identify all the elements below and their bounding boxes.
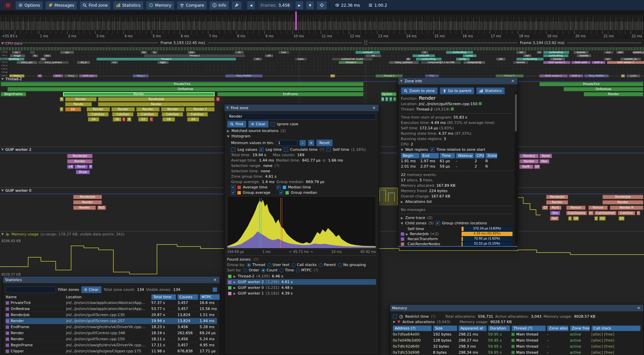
timeline-zone[interactable]: CalcGeo xyxy=(112,112,133,117)
cpu-zone[interactable]: GUIF-work xyxy=(572,61,591,64)
group-median-line-checkbox[interactable] xyxy=(279,190,283,195)
zoom-to-zone-button[interactable]: Zoom to zone xyxy=(401,87,438,94)
collapsed-triangle-icon[interactable]: ▶ xyxy=(401,216,403,220)
wait-col-state[interactable]: State xyxy=(485,153,497,159)
restrict-time-checkbox[interactable] xyxy=(393,314,397,319)
cpu-zone[interactable]: composer@2.1-se (HW xyxy=(421,61,461,64)
scrollbar[interactable] xyxy=(515,92,517,245)
allocation-row[interactable]: 0x7dfc42d640 32 bytes 298.3 ms 59.95 s M… xyxy=(393,343,641,349)
find-button[interactable]: Find xyxy=(227,121,246,128)
statistics-titlebar[interactable]: Statistics × xyxy=(3,276,220,283)
timeline-zone[interactable]: Render xyxy=(602,200,643,205)
statistics-row[interactable]: OnRedraw jni/../jni/src/claw/application… xyxy=(6,306,217,312)
close-icon[interactable]: × xyxy=(636,305,641,311)
timeline-zone[interactable]: F xyxy=(60,107,63,112)
timeline-zone[interactable]: Draw xyxy=(76,170,90,174)
cpu-zone[interactable]: kworke xyxy=(577,54,591,57)
frame-span[interactable]: Frame 3,194 (13.92 ms) xyxy=(369,39,641,46)
timeline-zone[interactable]: OnRedraw xyxy=(7,87,364,91)
timeline-zone[interactable]: RenderJol xyxy=(546,195,568,199)
group-average-line-checkbox[interactable] xyxy=(231,190,235,195)
timeline-zone[interactable]: Render xyxy=(546,200,568,205)
cpu-zone[interactable]: system_s xyxy=(633,51,644,54)
sort-by-option[interactable]: Count xyxy=(261,268,278,272)
timeline-zone[interactable]: T xyxy=(389,97,392,101)
cpu-row[interactable]: CPU1 kvgprkakwThread-2cfrrotsurfaceflisu… xyxy=(0,54,644,58)
cpu-zone[interactable]: surfacefli xyxy=(413,54,435,57)
found-zone-group-row[interactable]: ▶ Thread-2 (4,105) 6.46 s xyxy=(227,273,376,279)
timeline-zone[interactable]: -17 xyxy=(542,206,548,210)
cpu-zone[interactable]: et xyxy=(406,58,411,60)
go-to-parent-button[interactable]: Go to parent xyxy=(440,87,474,94)
wait-region-row[interactable]: 2.01 ms 2.07 ms 59 µs - 2 R xyxy=(401,164,513,169)
allocation-address[interactable]: 0x7dfc53d998 xyxy=(393,350,432,355)
sort-by-option[interactable]: Order xyxy=(243,268,259,272)
cpu-zone[interactable]: aux xyxy=(604,51,613,54)
frame-time-strip[interactable] xyxy=(0,11,644,31)
close-icon[interactable]: × xyxy=(371,105,377,110)
timeline-zone[interactable]: 24 xyxy=(187,117,199,122)
cpu-zone[interactable]: sys xyxy=(60,51,74,54)
timeline-zone[interactable]: Render xyxy=(98,102,215,106)
ignore-case-checkbox[interactable] xyxy=(271,122,275,126)
group-by-option[interactable]: No grouping xyxy=(338,263,366,267)
wait-col-begin[interactable]: Begin xyxy=(401,153,420,159)
group-by-option[interactable]: User text xyxy=(267,263,289,267)
allocation-address[interactable]: 0x7dfc42d640 xyxy=(393,344,432,349)
messages-button[interactable]: Messages xyxy=(45,1,77,10)
median-time-line-checkbox[interactable] xyxy=(276,185,281,189)
cpu-zone[interactable]: ka xyxy=(40,58,47,60)
timeline-zone[interactable]: 8 xyxy=(127,117,131,122)
timeline-zone[interactable]: Update call xyxy=(381,92,396,96)
cpu-zone[interactable]: cfr xyxy=(265,54,273,57)
timeline-zone[interactable]: Render xyxy=(67,159,93,164)
self-time-checkbox[interactable] xyxy=(326,147,331,152)
cpu-zone[interactable]: surfacefling xyxy=(517,58,544,60)
cpu-zone[interactable]: surfacefling xyxy=(543,51,569,54)
timeline-zone[interactable]: (C xyxy=(588,211,594,215)
timeline-zone[interactable]: S xyxy=(381,97,384,101)
cpu-zone[interactable]: GUIF-w xyxy=(592,61,605,64)
col-counts-sort[interactable]: Counts xyxy=(177,294,198,300)
cpu-row[interactable]: CPU6 xyxy=(0,71,644,75)
cpu-zone[interactable]: mi xyxy=(537,51,542,54)
expanded-triangle-icon[interactable]: ▼ xyxy=(227,135,229,138)
child-zone-row[interactable]: Self time 172.14 µs (3.83%) xyxy=(401,226,513,231)
timeline-zone[interactable]: Render xyxy=(87,107,110,112)
timeline-zone[interactable]: RerS xyxy=(549,206,561,210)
timeline-zone[interactable]: 22 xyxy=(138,117,148,122)
found-zone-group-row[interactable]: ▶ GUIF worker 0 (3,231) 4.48 s xyxy=(227,285,376,291)
expanded-triangle-icon[interactable]: ▼ xyxy=(401,148,403,151)
memory-usage-header[interactable]: ▼ Memory usage (y-range: 178.27 KB, visi… xyxy=(1,232,124,236)
allocation-call-stack[interactable]: [alloc] [free] xyxy=(591,332,641,337)
thread-2-header[interactable]: ▼ Thread-2 xyxy=(1,77,22,81)
timeline-zone[interactable]: Render xyxy=(63,92,215,96)
timeline-zone[interactable]: CalcGeo xyxy=(87,112,109,117)
statistics-row[interactable]: BeginFrame jni/../jni/src/claw/gfx/drv/v… xyxy=(6,342,217,348)
cpu-zone[interactable]: sen xyxy=(604,58,612,60)
timeline-zone[interactable]: C xyxy=(594,216,598,221)
timeline-zone[interactable]: Rend xyxy=(539,154,552,158)
child-zone-row[interactable]: RecalcTransform 72.92 µs (1.62%) xyxy=(401,236,513,241)
statistics-row[interactable]: PrivateTick jni/../jni/src/claw/applicat… xyxy=(6,300,217,306)
child-zone-row[interactable]: CalcRenderNodes 51.51 µs (1.15%) xyxy=(401,241,513,246)
timeline-zone[interactable]: RenderJob xyxy=(602,195,643,199)
timeline-zone[interactable]: C xyxy=(216,97,220,101)
cpu-zone[interactable]: tracy_systrace xyxy=(38,61,69,64)
found-zone-group-row[interactable]: ▶ GUIF worker 2 (3,296) 4.61 s xyxy=(227,279,376,285)
min-bin-decrease-button[interactable]: - xyxy=(300,140,306,146)
sort-by-option[interactable]: Time xyxy=(279,268,294,272)
collapsed-triangle-icon[interactable]: ▶ xyxy=(227,129,229,133)
timeline-zone[interactable]: 24 xyxy=(88,117,99,122)
col-appeared-sort[interactable]: Appeared at xyxy=(459,325,487,331)
cpu-zone[interactable]: ka xyxy=(32,54,39,57)
cpu-zone[interactable]: tracy_syn xyxy=(17,61,37,64)
guif-worker-0-header[interactable]: ▼ GUIF worker 0 xyxy=(1,188,32,193)
cpu-zone[interactable]: kworke xyxy=(513,61,528,64)
tools-button[interactable] xyxy=(231,1,242,10)
cpu-zone[interactable]: rot xyxy=(496,58,505,60)
cpu-zone[interactable]: ko xyxy=(152,51,158,54)
timeline-zone[interactable]: CalcGeome xyxy=(566,211,587,215)
cpu-zone[interactable]: su xyxy=(12,51,21,54)
timeline-zone[interactable]: RenderJol xyxy=(67,154,93,158)
